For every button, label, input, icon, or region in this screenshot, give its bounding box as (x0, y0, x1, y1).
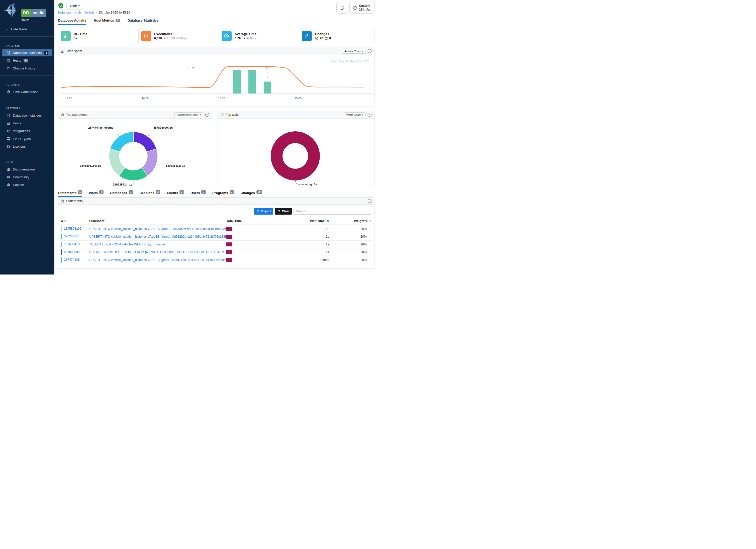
hide-menu-label: Hide Menu (11, 27, 27, 31)
card-title: Executions (154, 32, 186, 36)
statement-link[interactable]: SELECT city, id FROM vehicles WHERE city… (89, 243, 170, 246)
sidebar-item-label: Change History (13, 66, 35, 70)
breadcrumb-activity[interactable]: Activity (85, 11, 95, 14)
tab-users[interactable]: Users2 (191, 191, 206, 197)
card-title: Average Time (235, 32, 257, 36)
sidebar-item-support[interactable]: Support (2, 181, 52, 189)
svg-text:15:05: 15:05 (295, 97, 302, 100)
col-id[interactable]: # ⇅ (61, 217, 89, 225)
tab-sessions[interactable]: Sessions2 (140, 191, 160, 197)
svg-text:7: 7 (268, 66, 270, 69)
sidebar-item-database-instances[interactable]: Database Instances 1 (2, 49, 52, 56)
statement-id-link[interactable]: 326238714 (64, 235, 80, 238)
hosts-icon (7, 121, 10, 125)
statements-donut-chart[interactable]: 887898099: 1s139638413: 1s326238714: 1s1… (58, 119, 212, 187)
chevrons-left-icon: « (7, 27, 9, 31)
main-content: crdb ▾ Instances› crdb› Activity› 13th J… (54, 0, 378, 275)
statement-link[interactable]: UPSERT INTO vehicle_location_histories V… (89, 235, 226, 238)
copy-icon (340, 6, 345, 10)
tab-programs[interactable]: Programs2 (212, 191, 234, 197)
sidebar-item-change-history[interactable]: Change History (2, 65, 52, 72)
clock-icon (7, 90, 10, 94)
instance-name: crdb (70, 4, 77, 8)
sidebar-item-settings-hosts[interactable]: Hosts (2, 120, 52, 127)
count-badge: 2 (201, 190, 206, 194)
col-weight[interactable]: Weight % ⇅ (329, 217, 371, 225)
tab-databases[interactable]: Databases1 (110, 191, 133, 197)
svg-text:139638413: 1s: 139638413: 1s (166, 164, 185, 167)
sidebar-item-integrations[interactable]: Integrations (2, 127, 52, 135)
sidebar-item-licences[interactable]: Licences (2, 143, 52, 150)
lifebuoy-icon (7, 183, 10, 187)
sidebar-item-label: Database Instances (13, 51, 42, 55)
col-total-time[interactable]: Total Time (226, 217, 279, 225)
tab-statements[interactable]: Statements5 (58, 191, 82, 197)
sidebar-item-hosts[interactable]: Hosts 0 (2, 57, 52, 64)
statement-id-link[interactable]: 1845898166 (64, 227, 81, 230)
licence-icon (7, 145, 10, 148)
collapse-icon[interactable] (367, 113, 372, 117)
count-badge: 1 (99, 190, 104, 194)
hide-menu-button[interactable]: « Hide Menu (2, 26, 52, 33)
search-input[interactable] (294, 208, 371, 215)
waits-donut-chart[interactable]: executing: 5s (218, 119, 374, 187)
wait-time-value: 1s (279, 248, 329, 256)
count-badge: 2 (230, 190, 234, 194)
statements-table: # ⇅ Statement Total Time Wait Time ↑⇅ We… (61, 217, 371, 264)
statement-id-link[interactable]: 887898099 (64, 250, 80, 254)
sidebar-item-community[interactable]: Community (2, 173, 52, 181)
statements-chart-dropdown[interactable]: Statements Chart ▾ (174, 112, 203, 117)
tab-waits[interactable]: Waits1 (89, 191, 104, 197)
waits-chart-dropdown[interactable]: Waits Chart ▾ (344, 112, 365, 117)
col-statement[interactable]: Statement (89, 217, 226, 225)
bar-chart-icon (61, 49, 64, 53)
statement-link[interactable]: CREATE STATISTICS __auto__ FROM [63] WIT… (89, 250, 226, 254)
sidebar-item-settings-database-instances[interactable]: Database Instances (2, 112, 52, 119)
divider (0, 36, 54, 37)
health-shield-icon (58, 3, 64, 9)
database-icon (7, 114, 10, 117)
time-range-button[interactable]: Custom 13th Jan (349, 2, 374, 14)
weight-value: 20% (329, 240, 371, 248)
instance-selector[interactable]: crdb ▾ (66, 2, 83, 10)
sidebar-item-event-types[interactable]: Event Types (2, 135, 52, 142)
svg-text:287474436: 999ms: 287474436: 999ms (88, 126, 113, 129)
sidebar-item-documentation[interactable]: Documentation (2, 166, 52, 173)
statements-toolbar: Export Clear (58, 205, 374, 217)
divider (0, 99, 54, 99)
sidebar-item-label: Documentation (13, 167, 35, 171)
activity-chart-dropdown[interactable]: Activity Chart ▾ (342, 49, 365, 54)
sidebar-item-time-comparison[interactable]: Time Comparison (2, 88, 52, 96)
clear-button[interactable]: Clear (275, 208, 292, 215)
card-db-time: DB Time 5s (58, 28, 133, 44)
copy-button[interactable] (336, 2, 348, 14)
waits-donut-area: executing: 5s (218, 119, 374, 187)
breadcrumb-crdb[interactable]: crdb (75, 11, 81, 14)
time-spent-chart[interactable]: ⇄16⇄714:5014:5515:0015:05 (60, 56, 373, 103)
panel-title: Top statements (66, 113, 88, 117)
col-wait-time[interactable]: Wait Time ↑⇅ (279, 217, 329, 225)
export-button[interactable]: Export (254, 208, 273, 215)
panel-header: Top statements Statements Chart ▾ (58, 111, 212, 119)
collapse-icon[interactable] (367, 49, 372, 53)
statement-id-link[interactable]: 287474436 (64, 258, 80, 261)
tab-changes[interactable]: Changes20 (241, 191, 262, 197)
bar-chart-icon (61, 31, 71, 41)
statement-link[interactable]: UPSERT INTO vehicle_location_histories V… (89, 258, 226, 262)
statement-id-link[interactable]: 139638413 (64, 242, 80, 246)
card-value: 6,320 (154, 37, 162, 40)
changes-info-count: 20 (320, 37, 323, 40)
count-badge: 2 (179, 190, 184, 194)
tab-clients[interactable]: Clients2 (167, 191, 184, 197)
edition-label: Starter (21, 18, 30, 21)
tab-database-activity[interactable]: Database Activity (58, 19, 86, 25)
tab-host-metrics[interactable]: Host Metrics 0 (94, 19, 120, 25)
tab-database-statistics[interactable]: Database Statistics (128, 19, 159, 25)
svg-text:1845898166: 1s: 1845898166: 1s (80, 164, 101, 167)
collapse-icon[interactable] (367, 199, 372, 203)
metric-cards: DB Time 5s Executions 6,320 ↗ 2,830 (123… (58, 28, 374, 44)
statement-link[interactable]: UPSERT INTO vehicle_location_histories V… (89, 227, 226, 231)
breadcrumb-instances[interactable]: Instances (58, 11, 71, 14)
collapse-icon[interactable] (205, 113, 209, 117)
marlin-fish-icon (2, 2, 21, 19)
